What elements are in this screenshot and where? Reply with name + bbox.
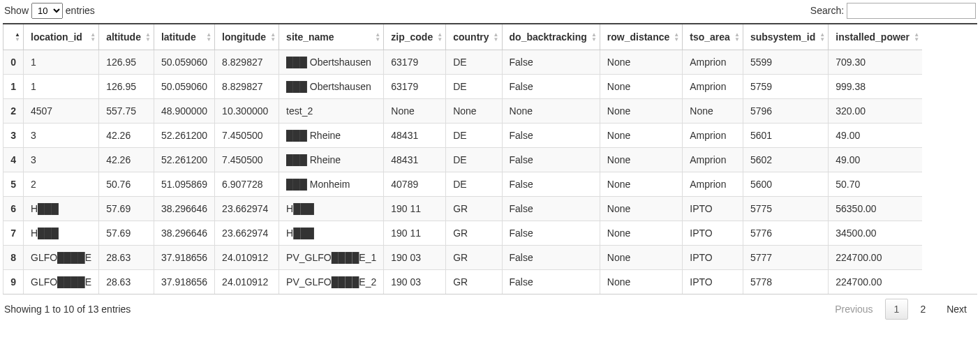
cell-country: GR <box>446 221 502 246</box>
cell-tso_area: IPTO <box>683 221 743 246</box>
cell-do_backtracking: False <box>502 75 600 99</box>
cell-subsystem_id: 5602 <box>743 148 828 172</box>
cell-longitude: 6.907728 <box>215 172 279 197</box>
row-index: 2 <box>3 99 24 124</box>
cell-subsystem_id: 5775 <box>743 197 828 221</box>
column-header-tso_area[interactable]: tso_area▲▼ <box>683 24 743 50</box>
sort-arrows-icon: ▲▼ <box>591 33 597 42</box>
cell-location_id: 2 <box>24 172 99 197</box>
table-row: 4342.2652.2612007.450500███ Rheine48431D… <box>3 148 923 172</box>
column-header-do_backtracking[interactable]: do_backtracking▲▼ <box>502 24 600 50</box>
column-header-longitude[interactable]: longitude▲▼ <box>215 24 279 50</box>
cell-altitude: 126.95 <box>99 75 154 99</box>
cell-subsystem_id: 5759 <box>743 75 828 99</box>
cell-do_backtracking: False <box>502 270 600 294</box>
cell-altitude: 42.26 <box>99 124 154 148</box>
cell-longitude: 24.010912 <box>215 270 279 294</box>
cell-row_distance: None <box>600 124 682 148</box>
cell-row_distance: None <box>600 50 682 75</box>
cell-tso_area: Amprion <box>683 75 743 99</box>
paginate-page-2[interactable]: 2 <box>911 299 935 320</box>
cell-altitude: 57.69 <box>99 197 154 221</box>
cell-zip_code: 63179 <box>384 50 446 75</box>
cell-country: DE <box>446 148 502 172</box>
cell-installed_power: 49.00 <box>829 148 922 172</box>
column-header-installed_power[interactable]: installed_power▲▼ <box>829 24 922 50</box>
cell-installed_power: 56350.00 <box>829 197 922 221</box>
cell-subsystem_id: 5777 <box>743 246 828 270</box>
sort-arrows-icon: ▲▼ <box>493 33 499 42</box>
cell-altitude: 28.63 <box>99 246 154 270</box>
cell-installed_power: 709.30 <box>829 50 922 75</box>
cell-latitude: 50.059060 <box>154 50 214 75</box>
length-select[interactable]: 10 <box>31 3 63 19</box>
cell-latitude: 38.296646 <box>154 221 214 246</box>
cell-latitude: 48.900000 <box>154 99 214 124</box>
paginate-page-1[interactable]: 1 <box>885 299 909 320</box>
table-scroll-wrap[interactable]: ▲▼location_id▲▼altitude▲▼latitude▲▼longi… <box>3 23 977 294</box>
column-header-altitude[interactable]: altitude▲▼ <box>99 24 154 50</box>
cell-tso_area: IPTO <box>683 270 743 294</box>
row-index: 6 <box>3 197 24 221</box>
cell-latitude: 51.095869 <box>154 172 214 197</box>
cell-zip_code: 48431 <box>384 148 446 172</box>
row-index: 0 <box>3 50 24 75</box>
column-header-latitude[interactable]: latitude▲▼ <box>154 24 214 50</box>
cell-country: DE <box>446 172 502 197</box>
cell-country: DE <box>446 75 502 99</box>
search-input[interactable] <box>847 3 976 19</box>
row-index: 3 <box>3 124 24 148</box>
cell-altitude: 50.76 <box>99 172 154 197</box>
table-row: 11126.9550.0590608.829827███ Obertshause… <box>3 75 923 99</box>
cell-subsystem_id: 5778 <box>743 270 828 294</box>
paginate-next[interactable]: Next <box>937 299 976 320</box>
paginate-previous: Previous <box>826 299 882 320</box>
cell-subsystem_id: 5776 <box>743 221 828 246</box>
cell-latitude: 52.261200 <box>154 124 214 148</box>
cell-altitude: 126.95 <box>99 50 154 75</box>
cell-location_id: 1 <box>24 75 99 99</box>
cell-do_backtracking: False <box>502 221 600 246</box>
column-header-location_id[interactable]: location_id▲▼ <box>24 24 99 50</box>
cell-location_id: 1 <box>24 50 99 75</box>
cell-altitude: 57.69 <box>99 221 154 246</box>
column-header-label: latitude <box>161 31 196 43</box>
cell-longitude: 7.450500 <box>215 148 279 172</box>
cell-tso_area: IPTO <box>683 197 743 221</box>
column-header-country[interactable]: country▲▼ <box>446 24 502 50</box>
length-prefix: Show <box>4 5 31 16</box>
table-row: 5250.7651.0958696.907728███ Monheim40789… <box>3 172 923 197</box>
cell-installed_power: 224700.00 <box>829 246 922 270</box>
cell-zip_code: 40789 <box>384 172 446 197</box>
column-header-row_distance[interactable]: row_distance▲▼ <box>600 24 682 50</box>
column-header-subsystem_id[interactable]: subsystem_id▲▼ <box>743 24 828 50</box>
cell-longitude: 23.662974 <box>215 221 279 246</box>
cell-location_id: GLFO████E <box>24 246 99 270</box>
cell-site_name: ███ Obertshausen <box>279 50 384 75</box>
column-header-index[interactable]: ▲▼ <box>3 24 24 50</box>
cell-longitude: 7.450500 <box>215 124 279 148</box>
table-row: 8GLFO████E28.6337.91865624.010912PV_GLFO… <box>3 246 923 270</box>
sort-arrows-icon: ▲▼ <box>15 33 20 42</box>
column-header-site_name[interactable]: site_name▲▼ <box>279 24 384 50</box>
column-header-label: do_backtracking <box>510 31 587 43</box>
cell-site_name: H███ <box>279 221 384 246</box>
cell-subsystem_id: 5601 <box>743 124 828 148</box>
search-label: Search: <box>810 5 844 16</box>
column-header-zip_code[interactable]: zip_code▲▼ <box>384 24 446 50</box>
cell-altitude: 28.63 <box>99 270 154 294</box>
cell-tso_area: Amprion <box>683 124 743 148</box>
cell-country: None <box>446 99 502 124</box>
column-header-label: altitude <box>106 31 141 43</box>
sort-arrows-icon: ▲▼ <box>674 33 679 42</box>
column-header-label: installed_power <box>836 31 910 43</box>
cell-longitude: 8.829827 <box>215 50 279 75</box>
sort-arrows-icon: ▲▼ <box>90 33 96 42</box>
cell-zip_code: 190 03 <box>384 246 446 270</box>
length-control: Show 10 entries <box>4 3 95 19</box>
cell-location_id: 3 <box>24 148 99 172</box>
cell-installed_power: 50.70 <box>829 172 922 197</box>
info-text: Showing 1 to 10 of 13 entries <box>4 304 131 315</box>
cell-subsystem_id: 5796 <box>743 99 828 124</box>
table-row: 01126.9550.0590608.829827███ Obertshause… <box>3 50 923 75</box>
